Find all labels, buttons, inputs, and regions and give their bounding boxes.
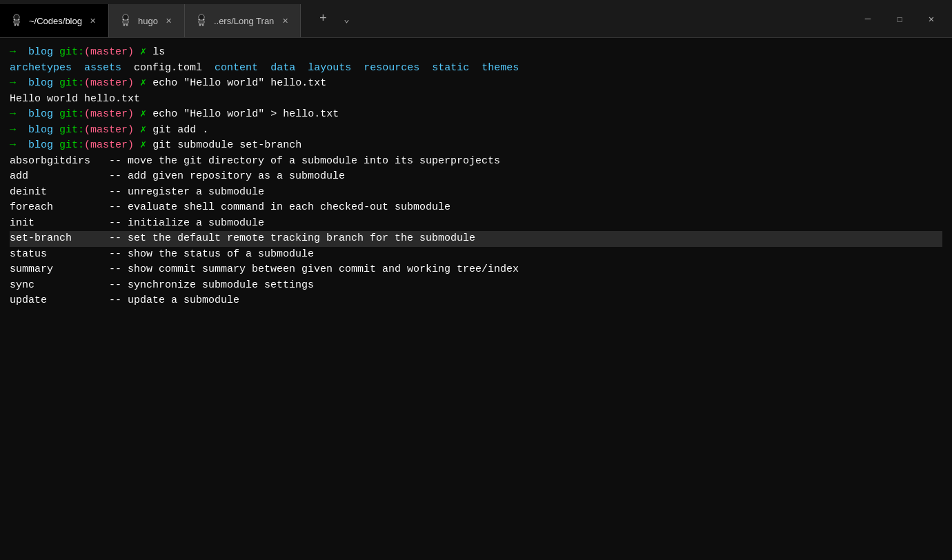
svg-rect-4	[14, 24, 17, 26]
titlebar: ~/Codes/blog ✕ hugo ✕	[0, 0, 952, 38]
git-label-2: git:	[59, 77, 84, 89]
prompt-line-5: → blog git:(master) ✗ git submodule set-…	[10, 138, 942, 154]
dir-themes: themes	[482, 62, 519, 74]
subcmd-sync: sync -- synchronize submodule settings	[10, 278, 942, 294]
tab-3[interactable]: ..ers/Long Tran ✕	[185, 4, 301, 37]
x-5: ✗	[140, 139, 146, 151]
linux-icon-2	[119, 14, 132, 28]
arrow-1: →	[10, 46, 16, 58]
subcmd-init: init -- initialize a submodule	[10, 216, 942, 232]
dir-3: blog	[28, 108, 53, 120]
svg-rect-10	[123, 24, 126, 26]
subcmd-deinit: deinit -- unregister a submodule	[10, 185, 942, 201]
subcmd-add: add -- add given repository as a submodu…	[10, 169, 942, 185]
arrow-3: →	[10, 108, 16, 120]
dropdown-button[interactable]: ⌄	[337, 9, 356, 28]
new-tab-button[interactable]: +	[312, 8, 334, 30]
svg-rect-5	[17, 24, 19, 26]
svg-rect-16	[199, 24, 201, 26]
tab-1-label: ~/Codes/blog	[29, 16, 82, 26]
prompt-line-3: → blog git:(master) ✗ echo "Hello world"…	[10, 107, 942, 123]
minimize-button[interactable]: —	[853, 8, 883, 30]
dir-archetypes: archetypes	[10, 62, 72, 74]
cmd-3: echo "Hello world" > hello.txt	[152, 108, 339, 120]
cmd-1: ls	[152, 46, 165, 58]
subcmd-absorbgitdirs: absorbgitdirs -- move the git directory …	[10, 154, 942, 170]
branch-3: (master)	[84, 108, 134, 120]
subcmd-set-branch: set-branch -- set the default remote tra…	[10, 231, 942, 247]
tabs-area: ~/Codes/blog ✕ hugo ✕	[0, 0, 847, 37]
dir-data: data	[270, 62, 295, 74]
linux-icon-1	[10, 14, 23, 28]
tab-2[interactable]: hugo ✕	[109, 4, 185, 37]
svg-point-3	[14, 14, 19, 20]
dir-4: blog	[28, 124, 53, 136]
arrow-5: →	[10, 139, 16, 151]
tab-1[interactable]: ~/Codes/blog ✕	[0, 4, 109, 37]
git-label-3: git:	[59, 108, 84, 120]
subcmd-foreach: foreach -- evaluate shell command in eac…	[10, 200, 942, 216]
dir-layouts: layouts	[308, 62, 351, 74]
subcmd-summary: summary -- show commit summary between g…	[10, 262, 942, 278]
echo-output: Hello world hello.txt	[10, 92, 942, 108]
arrow-2: →	[10, 77, 16, 89]
git-label-5: git:	[59, 139, 84, 151]
x-2: ✗	[140, 77, 146, 89]
linux-icon-3	[195, 14, 208, 28]
svg-rect-11	[126, 24, 128, 26]
window-controls: — ☐ ✕	[847, 8, 952, 30]
branch-2: (master)	[84, 77, 134, 89]
tab-2-close[interactable]: ✕	[163, 15, 175, 26]
x-4: ✗	[140, 124, 146, 136]
svg-point-9	[123, 14, 128, 20]
cmd-4: git add .	[152, 124, 208, 136]
dir-5: blog	[28, 139, 53, 151]
dir-2: blog	[28, 77, 53, 89]
dir-config: config.toml	[134, 62, 202, 74]
maximize-button[interactable]: ☐	[884, 8, 915, 30]
branch-4: (master)	[84, 124, 134, 136]
ls-output: archetypes assets config.toml content da…	[10, 61, 942, 77]
titlebar-buttons: + ⌄	[301, 0, 367, 37]
prompt-line-1: → blog git:(master) ✗ ls	[10, 45, 942, 61]
branch-1: (master)	[84, 46, 134, 58]
tab-3-close[interactable]: ✕	[279, 15, 290, 26]
cmd-5: git submodule set-branch	[152, 139, 301, 151]
close-button[interactable]: ✕	[916, 8, 946, 30]
x-3: ✗	[140, 108, 146, 120]
dir-1: blog	[28, 46, 53, 58]
dir-resources: resources	[364, 62, 419, 74]
branch-5: (master)	[84, 139, 134, 151]
x-1: ✗	[140, 46, 146, 58]
prompt-line-4: → blog git:(master) ✗ git add .	[10, 123, 942, 139]
dir-static: static	[432, 62, 469, 74]
tab-1-close[interactable]: ✕	[88, 15, 99, 26]
svg-point-15	[199, 14, 204, 20]
arrow-4: →	[10, 124, 16, 136]
cmd-2: echo "Hello world" hello.txt	[152, 77, 326, 89]
prompt-line-2: → blog git:(master) ✗ echo "Hello world"…	[10, 76, 942, 92]
dir-content: content	[215, 62, 258, 74]
git-label-4: git:	[59, 124, 84, 136]
tab-2-label: hugo	[138, 16, 158, 26]
git-label-1: git:	[59, 46, 84, 58]
tab-3-label: ..ers/Long Tran	[214, 16, 274, 26]
dir-assets: assets	[84, 62, 121, 74]
subcmd-status: status -- show the status of a submodule	[10, 247, 942, 263]
subcmd-update: update -- update a submodule	[10, 293, 942, 309]
terminal[interactable]: → blog git:(master) ✗ ls archetypes asse…	[0, 38, 952, 560]
svg-rect-17	[202, 24, 204, 26]
